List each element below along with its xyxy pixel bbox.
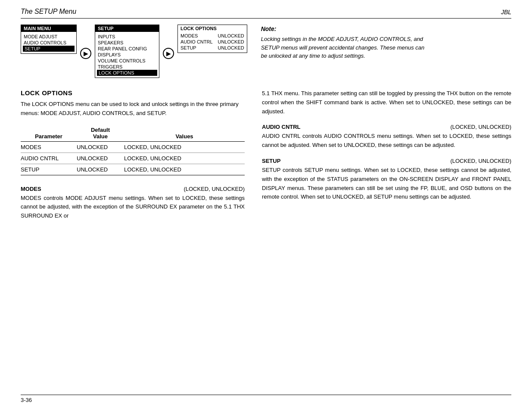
parameter-table: Parameter Default Value Values MODES xyxy=(21,126,245,175)
modes-detail: MODES (LOCKED, UNLOCKED) MODES controls … xyxy=(21,186,245,221)
lo-audio-val: UNLOCKED xyxy=(218,39,244,44)
table-row: AUDIO CNTRL UNLOCKED LOCKED, UNLOCKED xyxy=(21,153,245,164)
col-header-values: Values xyxy=(124,126,245,142)
setup-item-lock-options: LOCK OPTIONS xyxy=(97,70,157,76)
setup-menu-header: SETUP xyxy=(95,25,159,32)
lo-row-setup: SETUP UNLOCKED xyxy=(180,45,244,51)
setup-detail-title: SETUP (LOCKED, UNLOCKED) xyxy=(262,158,511,164)
table-row: MODES UNLOCKED LOCKED, UNLOCKED xyxy=(21,141,245,153)
audio-cntrl-detail-body: AUDIO CNTRL controls AUDIO CONTROLS menu… xyxy=(262,132,511,150)
modes-title-name: MODES xyxy=(21,186,41,192)
lo-modes-label: MODES xyxy=(180,33,198,38)
setup-item-speakers: SPEAKERS xyxy=(98,40,156,46)
modes-title-range: (LOCKED, UNLOCKED) xyxy=(184,186,245,192)
page-footer: 3-36 xyxy=(21,395,511,403)
row-modes-param: MODES xyxy=(21,141,77,153)
note-title: Note: xyxy=(261,25,425,33)
col-header-default: Default Value xyxy=(77,126,124,142)
audio-cntrl-detail: AUDIO CNTRL (LOCKED, UNLOCKED) AUDIO CNT… xyxy=(262,124,511,150)
arrow-1: ▶ xyxy=(77,48,95,59)
row-audio-param: AUDIO CNTRL xyxy=(21,153,77,164)
modes-detail-title: MODES (LOCKED, UNLOCKED) xyxy=(21,186,245,192)
note-text: Locking settings in the MODE ADJUST, AUD… xyxy=(261,35,425,60)
col-header-parameter: Parameter xyxy=(21,126,77,142)
lock-options-box: LOCK OPTIONS MODES UNLOCKED AUDIO CNTRL … xyxy=(177,25,247,53)
lock-options-rows: MODES UNLOCKED AUDIO CNTRL UNLOCKED SETU… xyxy=(178,32,247,53)
menu-item-mode-adjust: MODE ADJUST xyxy=(24,34,74,40)
row-audio-default: UNLOCKED xyxy=(77,153,124,164)
note-area: Note: Locking settings in the MODE ADJUS… xyxy=(261,25,425,60)
section-title: LOCK OPTIONS xyxy=(21,89,245,97)
section-intro: The LOCK OPTIONS menu can be used to loc… xyxy=(21,100,245,118)
lo-setup-label: SETUP xyxy=(180,45,196,50)
page-number: 3-36 xyxy=(21,397,32,403)
setup-menu-box: SETUP INPUTS SPEAKERS REAR PANEL CONFIG … xyxy=(95,25,159,78)
lo-row-audio-cntrl: AUDIO CNTRL UNLOCKED xyxy=(180,39,244,45)
header-title: The SETUP Menu xyxy=(21,8,76,16)
setup-detail: SETUP (LOCKED, UNLOCKED) SETUP controls … xyxy=(262,158,511,202)
lo-row-modes: MODES UNLOCKED xyxy=(180,33,244,39)
diagram-area: MAIN MENU MODE ADJUST AUDIO CONTROLS SET… xyxy=(21,25,511,78)
row-modes-default: UNLOCKED xyxy=(77,141,124,153)
arrow-circle-2: ▶ xyxy=(163,48,174,59)
setup-item-triggers: TRIGGERS xyxy=(98,64,156,70)
left-column: LOCK OPTIONS The LOCK OPTIONS menu can b… xyxy=(21,89,245,387)
setup-menu-items: INPUTS SPEAKERS REAR PANEL CONFIG DISPLA… xyxy=(95,32,159,78)
row-modes-values: LOCKED, UNLOCKED xyxy=(124,141,245,153)
main-menu-header: MAIN MENU xyxy=(21,25,76,32)
row-setup-values: LOCKED, UNLOCKED xyxy=(124,164,245,175)
setup-item-displays: DISPLAYS xyxy=(98,52,156,58)
setup-title-name: SETUP xyxy=(262,158,280,164)
header-brand: JBL xyxy=(501,9,511,16)
right-column: 5.1 THX menu. This parameter setting can… xyxy=(262,89,511,387)
audio-cntrl-detail-title: AUDIO CNTRL (LOCKED, UNLOCKED) xyxy=(262,124,511,130)
setup-detail-body: SETUP controls SETUP menu settings. When… xyxy=(262,166,511,202)
arrow-2: ▶ xyxy=(159,48,177,59)
modes-detail-body: MODES controls MODE ADJUST menu settings… xyxy=(21,194,245,221)
col-header-default-line2: Value xyxy=(77,133,124,140)
arrow-circle-1: ▶ xyxy=(80,48,91,59)
setup-item-inputs: INPUTS xyxy=(98,34,156,40)
row-setup-default: UNLOCKED xyxy=(77,164,124,175)
lo-modes-val: UNLOCKED xyxy=(218,33,244,38)
menu-item-setup: SETUP xyxy=(23,46,75,52)
setup-item-volume: VOLUME CONTROLS xyxy=(98,58,156,64)
menu-item-audio-controls: AUDIO CONTROLS xyxy=(24,40,74,46)
page-header: The SETUP Menu JBL xyxy=(21,8,511,19)
lock-options-header: LOCK OPTIONS xyxy=(178,25,247,32)
row-audio-values: LOCKED, UNLOCKED xyxy=(124,153,245,164)
modes-continuation: 5.1 THX menu. This parameter setting can… xyxy=(262,89,511,116)
audio-cntrl-title-range: (LOCKED, UNLOCKED) xyxy=(450,124,511,130)
main-menu-box: MAIN MENU MODE ADJUST AUDIO CONTROLS SET… xyxy=(21,25,77,54)
main-content: LOCK OPTIONS The LOCK OPTIONS menu can b… xyxy=(21,89,511,387)
table-row: SETUP UNLOCKED LOCKED, UNLOCKED xyxy=(21,164,245,175)
audio-cntrl-title-name: AUDIO CNTRL xyxy=(262,124,301,130)
lo-setup-val: UNLOCKED xyxy=(218,45,244,50)
setup-title-range: (LOCKED, UNLOCKED) xyxy=(450,158,511,164)
lo-audio-label: AUDIO CNTRL xyxy=(180,39,213,44)
setup-item-rear-panel: REAR PANEL CONFIG xyxy=(98,46,156,52)
row-setup-param: SETUP xyxy=(21,164,77,175)
col-header-default-line1: Default xyxy=(77,127,124,133)
main-menu-items: MODE ADJUST AUDIO CONTROLS SETUP xyxy=(21,32,76,53)
